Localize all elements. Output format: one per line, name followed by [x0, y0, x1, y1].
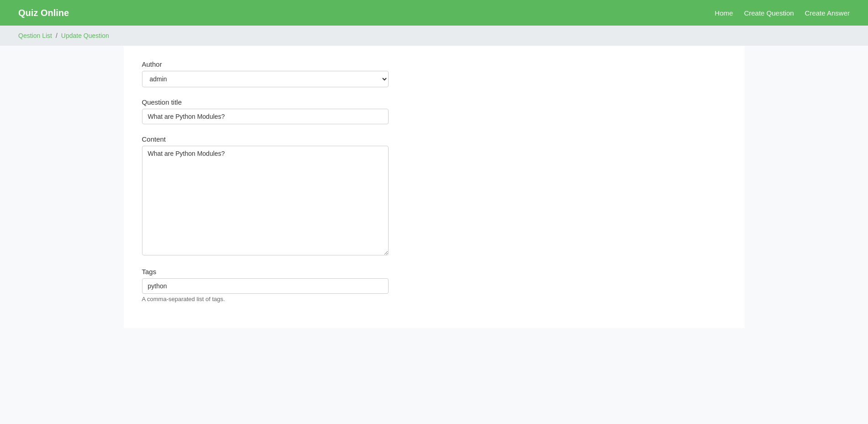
breadcrumb-separator: / — [56, 32, 58, 39]
author-label: Author — [142, 60, 726, 68]
tags-input[interactable] — [142, 278, 389, 294]
author-select[interactable]: admin — [142, 71, 389, 87]
breadcrumb-parent: Qestion List — [18, 32, 52, 39]
main-content: Author admin Question title Content Tags… — [124, 46, 745, 328]
navbar-brand[interactable]: Quiz Online — [18, 8, 69, 18]
nav-item-create-answer: Create Answer — [805, 9, 850, 17]
breadcrumb-current: Update Question — [61, 32, 109, 39]
content-label: Content — [142, 135, 726, 143]
nav-link-create-answer[interactable]: Create Answer — [805, 9, 850, 17]
content-textarea[interactable] — [142, 146, 389, 255]
question-title-label: Question title — [142, 98, 726, 106]
author-group: Author admin — [142, 60, 726, 87]
content-group: Content — [142, 135, 726, 257]
navbar-links: Home Create Question Create Answer — [715, 9, 850, 17]
question-title-input[interactable] — [142, 109, 389, 124]
breadcrumb-wrapper: Qestion List / Update Question — [0, 26, 868, 46]
update-question-form: Author admin Question title Content Tags… — [142, 60, 726, 302]
breadcrumb-parent-link[interactable]: Qestion List — [18, 32, 52, 39]
tags-group: Tags A comma-separated list of tags. — [142, 268, 726, 302]
question-title-group: Question title — [142, 98, 726, 124]
nav-link-home[interactable]: Home — [715, 9, 733, 17]
tags-help-text: A comma-separated list of tags. — [142, 296, 726, 302]
nav-item-home: Home — [715, 9, 733, 17]
tags-label: Tags — [142, 268, 726, 276]
nav-link-create-question[interactable]: Create Question — [744, 9, 794, 17]
navbar: Quiz Online Home Create Question Create … — [0, 0, 868, 26]
nav-item-create-question: Create Question — [744, 9, 794, 17]
breadcrumb: Qestion List / Update Question — [18, 32, 850, 39]
